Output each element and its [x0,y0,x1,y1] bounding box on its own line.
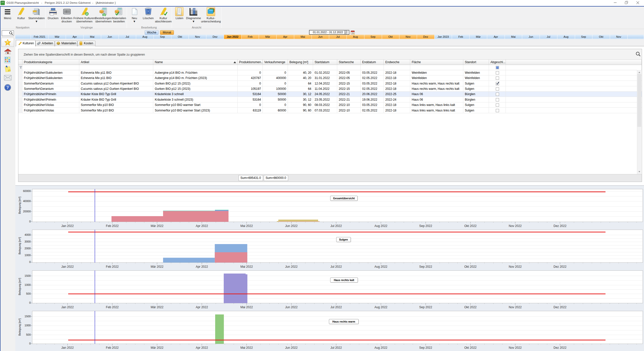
svg-text:15: 15 [352,32,354,34]
svg-text:root: root [1,1,4,3]
svg-text:?: ? [7,85,9,90]
